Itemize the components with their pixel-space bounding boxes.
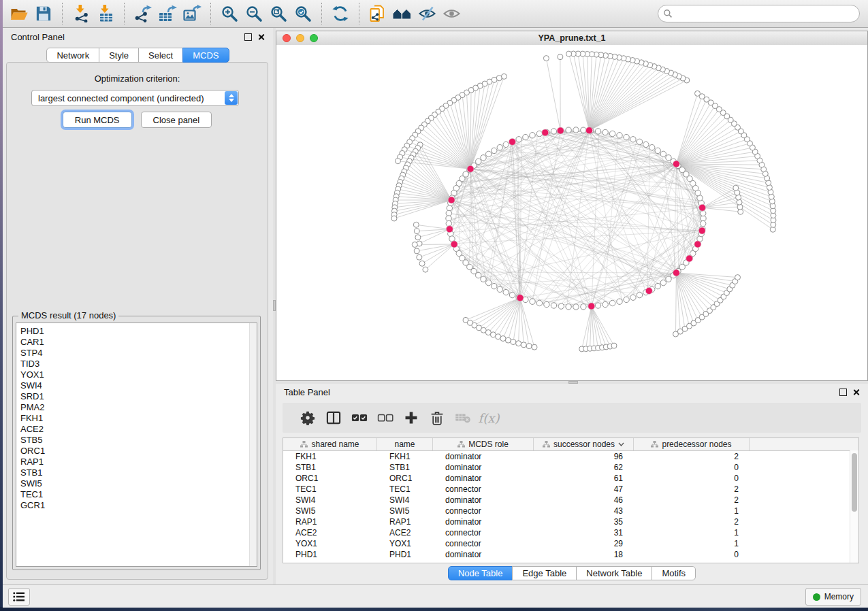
graph-node[interactable] (558, 303, 564, 309)
graph-mcds-node[interactable] (699, 204, 706, 211)
network-canvas[interactable] (276, 45, 867, 380)
graph-node[interactable] (581, 304, 586, 310)
graph-leaf-node[interactable] (558, 54, 563, 60)
graph-node[interactable] (476, 272, 481, 278)
graph-node[interactable] (643, 142, 649, 147)
graph-leaf-node[interactable] (543, 56, 549, 61)
graph-node[interactable] (624, 134, 629, 139)
hide-selected-button[interactable] (415, 2, 439, 25)
show-columns-button[interactable] (321, 406, 347, 430)
delete-column-button[interactable] (424, 406, 450, 430)
graph-leaf-node[interactable] (500, 336, 506, 342)
mcds-result-item[interactable]: ACE2 (16, 424, 257, 435)
graph-node[interactable] (471, 268, 477, 274)
table-row[interactable]: ACE2ACE2connector311 (283, 527, 858, 538)
graph-node[interactable] (655, 283, 660, 288)
float-panel-icon[interactable] (244, 33, 252, 41)
graph-node[interactable] (523, 134, 528, 139)
graph-node[interactable] (617, 133, 622, 138)
first-neighbors-button[interactable] (390, 2, 415, 25)
export-table-button[interactable] (155, 2, 180, 25)
graph-node[interactable] (660, 280, 666, 285)
graph-leaf-node[interactable] (423, 267, 428, 272)
table-vertical-scrollbar[interactable] (850, 450, 858, 563)
table-row[interactable]: PHD1PHD1dominator180 (283, 549, 858, 560)
float-panel-icon[interactable] (839, 389, 847, 396)
import-table-button[interactable] (93, 2, 118, 25)
graph-node[interactable] (630, 137, 636, 142)
mcds-result-item[interactable]: SWI5 (16, 478, 257, 489)
graph-node[interactable] (637, 292, 642, 297)
graph-leaf-node[interactable] (735, 275, 741, 280)
graph-node[interactable] (649, 145, 655, 150)
graph-node[interactable] (637, 139, 642, 144)
graph-node[interactable] (486, 280, 492, 285)
graph-node[interactable] (530, 299, 535, 304)
tab-style[interactable]: Style (99, 48, 139, 63)
graph-mcds-node[interactable] (446, 226, 453, 233)
graph-node[interactable] (497, 145, 502, 150)
mcds-result-item[interactable]: STP4 (16, 348, 257, 359)
graph-node[interactable] (492, 148, 497, 153)
mcds-result-item[interactable]: PMA2 (16, 402, 257, 413)
search-field[interactable] (658, 5, 860, 22)
graph-leaf-node[interactable] (417, 254, 422, 260)
table-row[interactable]: YOX1YOX1connector291 (283, 538, 858, 549)
graph-mcds-node[interactable] (586, 127, 593, 134)
graph-node[interactable] (551, 129, 556, 134)
graph-leaf-node[interactable] (412, 242, 417, 248)
graph-node[interactable] (551, 303, 556, 308)
zoom-in-button[interactable] (217, 2, 242, 25)
run-mcds-button[interactable]: Run MCDS (63, 112, 132, 128)
tab-network[interactable]: Network (46, 48, 99, 63)
graph-leaf-node[interactable] (496, 334, 501, 340)
graph-node[interactable] (503, 289, 509, 295)
mcds-result-item[interactable]: PHD1 (16, 326, 257, 337)
graph-node[interactable] (609, 131, 615, 136)
mcds-result-listbox[interactable]: PHD1CAR1STP4TID3YOX1SWI4SRD1PMA2FKH1ACE2… (16, 323, 257, 567)
graph-mcds-node[interactable] (588, 303, 595, 310)
search-input[interactable] (673, 7, 859, 20)
optimization-criterion-dropdown[interactable]: largest connected component (undirected) (31, 90, 239, 106)
graph-node[interactable] (630, 295, 636, 300)
graph-node[interactable] (595, 129, 600, 134)
graph-mcds-node[interactable] (542, 129, 549, 136)
graph-node[interactable] (566, 304, 571, 310)
table-row[interactable]: TEC1TEC1connector472 (283, 484, 858, 495)
table-settings-button[interactable] (295, 406, 321, 430)
graph-mcds-node[interactable] (557, 127, 564, 134)
graph-leaf-node[interactable] (695, 90, 701, 96)
graph-node[interactable] (666, 155, 671, 161)
scrollbar-thumb[interactable] (852, 453, 857, 512)
graph-node[interactable] (573, 304, 579, 310)
graph-mcds-node[interactable] (467, 165, 474, 172)
mcds-result-item[interactable]: CAR1 (16, 337, 257, 348)
graph-node[interactable] (624, 297, 629, 302)
graph-leaf-node[interactable] (737, 199, 742, 205)
minimize-window-icon[interactable] (296, 34, 304, 42)
graph-node[interactable] (602, 129, 608, 135)
graph-leaf-node[interactable] (566, 51, 572, 56)
graph-leaf-node[interactable] (733, 185, 739, 191)
graph-leaf-node[interactable] (415, 235, 421, 240)
close-panel-button[interactable]: Close panel (141, 112, 212, 128)
column-header-shared-name[interactable]: shared name (283, 438, 377, 450)
mcds-result-item[interactable]: STB5 (16, 435, 257, 446)
graph-node[interactable] (666, 276, 671, 282)
tab-network-table[interactable]: Network Table (576, 566, 652, 580)
zoom-selected-button[interactable] (291, 2, 315, 25)
graph-leaf-node[interactable] (532, 344, 537, 350)
mcds-result-item[interactable]: FKH1 (16, 413, 257, 424)
mcds-result-item[interactable]: RAP1 (16, 457, 257, 467)
graph-node[interactable] (492, 283, 497, 288)
graph-leaf-node[interactable] (414, 229, 419, 234)
node-table[interactable]: shared namenameMCDS rolesuccessor nodesp… (283, 437, 859, 563)
graph-node[interactable] (497, 286, 502, 292)
tab-motifs[interactable]: Motifs (652, 566, 696, 580)
graph-leaf-node[interactable] (526, 344, 532, 349)
mcds-result-item[interactable]: SRD1 (16, 391, 257, 402)
graph-node[interactable] (660, 151, 666, 156)
add-column-button[interactable] (398, 406, 424, 430)
graph-node[interactable] (609, 300, 615, 306)
graph-node[interactable] (602, 301, 608, 307)
